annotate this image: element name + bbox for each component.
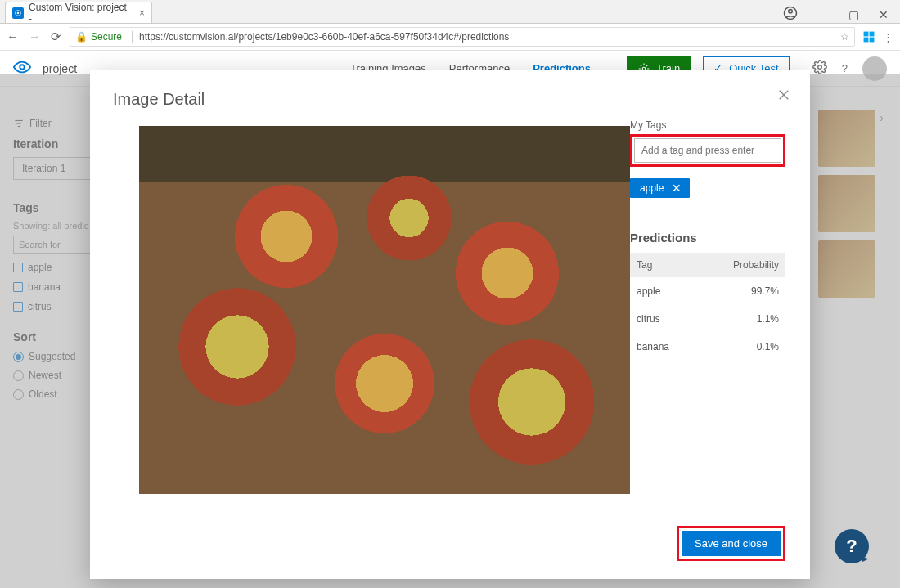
prediction-row: banana0.1%: [630, 333, 785, 361]
svg-point-9: [642, 67, 646, 70]
back-icon[interactable]: ←: [7, 29, 19, 44]
modal-right-column: My Tags apple ✕ Predictions Tag Probabil…: [630, 119, 785, 361]
reload-icon[interactable]: ⟳: [51, 29, 61, 44]
svg-rect-5: [870, 32, 875, 37]
secure-label: Secure: [91, 31, 122, 43]
maximize-icon[interactable]: ▢: [848, 8, 859, 21]
account-icon[interactable]: [783, 6, 798, 23]
svg-point-1: [17, 11, 20, 14]
windows-icon[interactable]: [863, 31, 875, 43]
mytags-label: My Tags: [630, 119, 785, 131]
svg-rect-6: [864, 38, 869, 43]
modal-close-icon[interactable]: [777, 88, 790, 104]
prediction-row: citrus1.1%: [630, 305, 785, 333]
window-controls: — ▢ ✕: [783, 6, 900, 23]
tag-chip-apple[interactable]: apple ✕: [630, 178, 690, 198]
tab-favicon: [12, 7, 24, 19]
forward-icon[interactable]: →: [29, 29, 41, 44]
tag-input[interactable]: [634, 138, 781, 163]
url-box[interactable]: 🔒 Secure https://customvision.ai/project…: [70, 27, 855, 47]
browser-tabbar: Custom Vision: project - × — ▢ ✕: [0, 0, 900, 24]
svg-rect-4: [864, 32, 869, 37]
chip-remove-icon[interactable]: ✕: [672, 182, 682, 194]
save-and-close-button[interactable]: Save and close: [682, 531, 781, 556]
predictions-title: Predictions: [630, 231, 785, 245]
predictions-header: Tag Probability: [630, 253, 785, 277]
address-bar: ← → ⟳ 🔒 Secure https://customvision.ai/p…: [0, 24, 900, 51]
tab-close-icon[interactable]: ×: [139, 7, 145, 19]
tag-input-highlight: [630, 134, 785, 167]
svg-point-3: [789, 10, 793, 14]
image-detail-modal: Image Detail My Tags apple ✕ Predictions…: [90, 70, 810, 579]
predictions-table: Tag Probability apple99.7% citrus1.1% ba…: [630, 253, 785, 361]
browser-tab[interactable]: Custom Vision: project - ×: [5, 2, 152, 23]
save-highlight: Save and close: [677, 526, 785, 561]
help-icon[interactable]: ?: [842, 62, 848, 74]
minimize-icon[interactable]: —: [817, 8, 829, 21]
lock-icon: 🔒: [75, 31, 88, 43]
svg-point-8: [20, 65, 25, 70]
prediction-row: apple99.7%: [630, 277, 785, 305]
help-fab[interactable]: ?: [835, 529, 869, 563]
bookmark-icon[interactable]: ☆: [840, 31, 849, 43]
url-text: https://customvision.ai/projects/1eb9e0c…: [139, 31, 509, 43]
svg-point-10: [818, 65, 822, 70]
tab-title: Custom Vision: project -: [29, 2, 133, 25]
close-icon[interactable]: ✕: [879, 8, 889, 21]
image-preview: [139, 126, 630, 494]
svg-rect-7: [870, 38, 875, 43]
menu-icon[interactable]: ⋮: [883, 31, 893, 43]
modal-title: Image Detail: [113, 90, 787, 109]
